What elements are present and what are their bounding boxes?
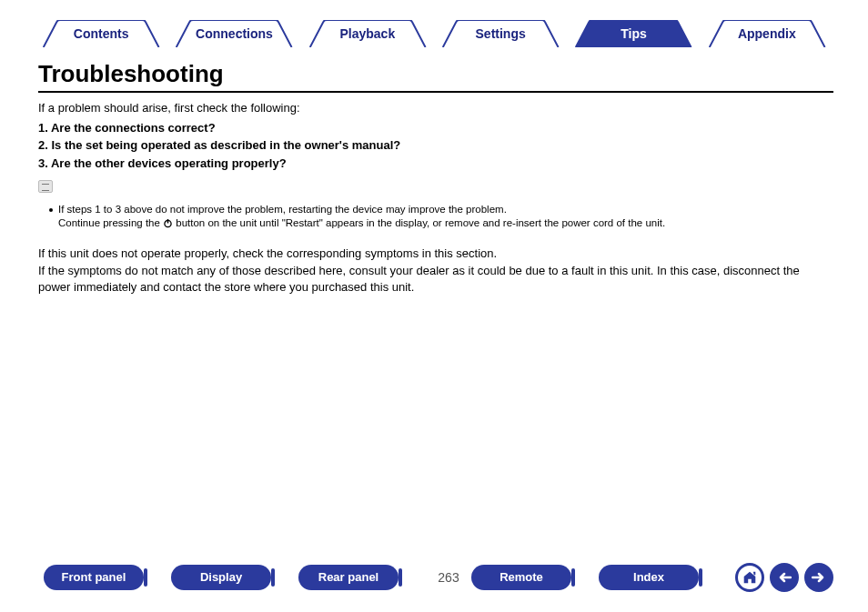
title-rule [38,91,833,93]
page-number: 263 [426,570,471,585]
pill-label: Rear panel [318,570,378,584]
pill-label: Front panel [62,570,126,584]
home-icon [742,569,758,586]
check-list: 1. Are the connections correct? 2. Is th… [38,120,833,172]
nav-rear-panel[interactable]: Rear panel [298,565,399,590]
check-item: 3. Are the other devices operating prope… [38,156,833,172]
tab-appendix[interactable]: Appendix [701,20,833,47]
check-item: 2. Is the set being operated as describe… [38,137,833,154]
check-item: 1. Are the connections correct? [38,120,833,136]
tab-settings[interactable]: Settings [434,20,567,47]
power-icon [163,218,173,233]
nav-remote[interactable]: Remote [471,565,571,590]
nav-display[interactable]: Display [171,565,271,590]
page-title: Troubleshooting [38,60,224,88]
tab-label: Contents [74,26,129,41]
pill-label: Remote [500,570,543,584]
paragraph-2: If the symptoms do not match any of thos… [38,263,833,295]
pill-label: Display [200,570,242,584]
prev-button[interactable] [770,563,799,592]
tab-label: Connections [196,26,273,41]
top-tabs: Contents Connections Playback Settings T… [35,20,833,47]
nav-index[interactable]: Index [599,565,699,590]
tab-tips[interactable]: Tips [567,20,700,47]
intro-line: If a problem should arise, first check t… [38,100,833,116]
note-line2b: button on the unit until "Restart" appea… [173,217,665,228]
note-icon [38,180,53,193]
tab-label: Settings [476,26,526,41]
paragraph-1: If this unit does not operate properly, … [38,246,833,262]
next-button[interactable] [804,563,833,592]
tab-connections[interactable]: Connections [167,20,300,47]
tab-label: Appendix [738,26,796,41]
arrow-left-icon [777,571,792,584]
tab-playback[interactable]: Playback [301,20,434,47]
tab-label: Playback [339,26,395,41]
body-text: If a problem should arise, first check t… [38,100,833,296]
note-line2a: Continue pressing the [58,217,163,228]
nav-front-panel[interactable]: Front panel [44,565,144,590]
home-button[interactable] [735,563,764,592]
tab-label: Tips [621,26,647,41]
note-line1: If steps 1 to 3 above do not improve the… [58,204,507,215]
pill-label: Index [633,570,664,584]
arrow-right-icon [812,571,826,584]
bottom-bar: Front panel Display Rear panel 263 Remot… [44,559,833,596]
tab-contents[interactable]: Contents [35,20,167,47]
note-bullet: If steps 1 to 3 above do not improve the… [38,203,833,233]
